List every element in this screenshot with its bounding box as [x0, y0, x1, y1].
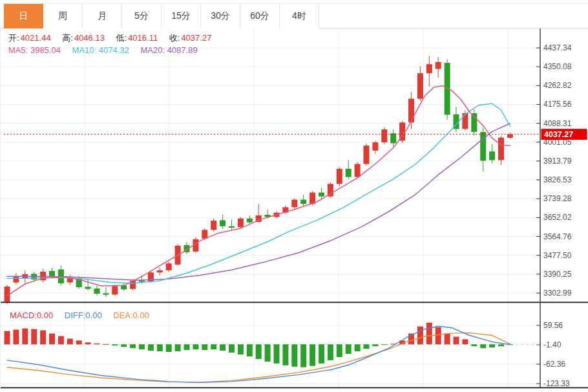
candle: [211, 221, 216, 230]
macd-bar: [85, 342, 91, 344]
tab-15min[interactable]: 15分: [162, 4, 201, 28]
macd-bar: [58, 336, 64, 345]
open-label: 开:: [8, 33, 19, 43]
macd-axis-label: 59.56: [543, 321, 563, 330]
tab-day[interactable]: 日: [4, 4, 43, 28]
tab-30min[interactable]: 30分: [201, 4, 240, 28]
price-axis-label: 3564.76: [543, 232, 572, 241]
candle: [498, 138, 504, 160]
tab-60min[interactable]: 60分: [240, 4, 280, 28]
tab-month[interactable]: 月: [83, 4, 122, 28]
macd-bar: [364, 344, 370, 349]
candle: [381, 129, 387, 142]
macd-bar: [112, 344, 118, 345]
candle: [300, 200, 306, 204]
candle: [238, 219, 244, 227]
macd-bar: [247, 344, 253, 356]
macd-bar: [310, 344, 315, 365]
macd-value: 0.00: [37, 310, 53, 320]
candle: [166, 263, 172, 270]
candle: [202, 230, 207, 238]
price-axis: 4437.344350.084262.824175.564088.314001.…: [0, 43, 572, 298]
candle: [121, 285, 127, 289]
ma5-label: MA5:: [8, 45, 28, 55]
price-axis-label: 3302.99: [543, 289, 572, 298]
macd-bar: [229, 344, 235, 353]
macd-bar: [436, 327, 441, 345]
macd-bar: [175, 344, 181, 351]
macd-bar: [256, 344, 262, 359]
macd-histogram: [5, 323, 513, 367]
price-axis-label: 3913.79: [543, 157, 572, 166]
candle: [229, 226, 235, 228]
price-axis-label: 3390.25: [543, 270, 572, 279]
period-tabbar: 日 周 月 5分 15分 30分 60分 4时: [4, 4, 319, 28]
pane-divider: [0, 302, 588, 303]
ma20-value: 4087.89: [167, 45, 198, 55]
close-value: 4037.27: [181, 33, 211, 43]
macd-bar: [328, 344, 333, 360]
macd-bar: [454, 336, 459, 344]
macd-label: MACD:: [10, 310, 37, 320]
macd-bar: [282, 344, 288, 365]
price-axis-label: 4088.31: [543, 119, 572, 128]
macd-bar: [381, 344, 387, 345]
candle: [247, 219, 253, 223]
ma5-line: [7, 86, 510, 296]
macd-bar: [67, 338, 73, 344]
chart-canvas[interactable]: 4437.344350.084262.824175.564088.314001.…: [0, 0, 588, 392]
candle: [49, 271, 55, 277]
low-label: 低:: [116, 33, 127, 43]
candle: [489, 151, 495, 160]
candle: [112, 286, 118, 294]
candle: [390, 133, 396, 143]
candle: [337, 169, 342, 184]
price-axis-label: 4437.34: [543, 43, 572, 52]
ma10-line: [7, 103, 510, 283]
diff-value: 0.00: [85, 310, 101, 320]
price-axis-label: 4262.82: [543, 81, 572, 90]
price-axis-label: 3652.02: [543, 213, 572, 222]
candle: [507, 135, 513, 138]
macd-axis-label: -123.33: [543, 379, 570, 388]
macd-bar: [265, 344, 271, 362]
macd-bar: [462, 339, 468, 344]
price-axis-label: 3739.28: [543, 194, 572, 203]
macd-bar: [130, 344, 136, 348]
macd-bar: [291, 344, 297, 366]
macd-bar: [49, 334, 55, 345]
macd-bar: [193, 344, 198, 349]
price-axis-label: 4350.08: [543, 62, 572, 71]
macd-bar: [220, 344, 226, 351]
macd-bar: [103, 344, 109, 345]
candle: [355, 164, 361, 177]
macd-header: MACD:0.00 DIFF:0.00 DEA:0.00: [10, 310, 149, 320]
ma10-value: 4074.32: [99, 45, 129, 55]
price-axis-label: 4175.56: [543, 100, 572, 109]
macd-axis-label: -62.36: [543, 360, 565, 369]
macd-bar: [300, 344, 306, 367]
tab-week[interactable]: 周: [43, 4, 83, 28]
tab-5min[interactable]: 5分: [122, 4, 162, 28]
candle: [103, 293, 109, 294]
macd-bar: [337, 344, 342, 357]
tab-4hour[interactable]: 4时: [280, 4, 319, 28]
price-axis-label: 3477.50: [543, 251, 572, 260]
candle: [462, 113, 468, 129]
macd-bar: [346, 344, 352, 354]
candle: [157, 270, 163, 272]
candle: [94, 289, 100, 294]
macd-bar: [417, 327, 423, 345]
macd-bar: [471, 344, 477, 346]
kline-chart-window: 4437.344350.084262.824175.564088.314001.…: [0, 0, 588, 392]
macd-bar: [489, 344, 495, 347]
open-value: 4021.44: [21, 33, 51, 43]
candle: [426, 64, 432, 73]
macd-bar: [13, 330, 19, 345]
candle: [408, 99, 414, 123]
macd-bar: [121, 344, 127, 347]
macd-bar: [31, 329, 37, 345]
macd-bar: [157, 344, 163, 351]
last-price-marker: 4037.27: [541, 129, 587, 140]
candle: [85, 287, 91, 289]
